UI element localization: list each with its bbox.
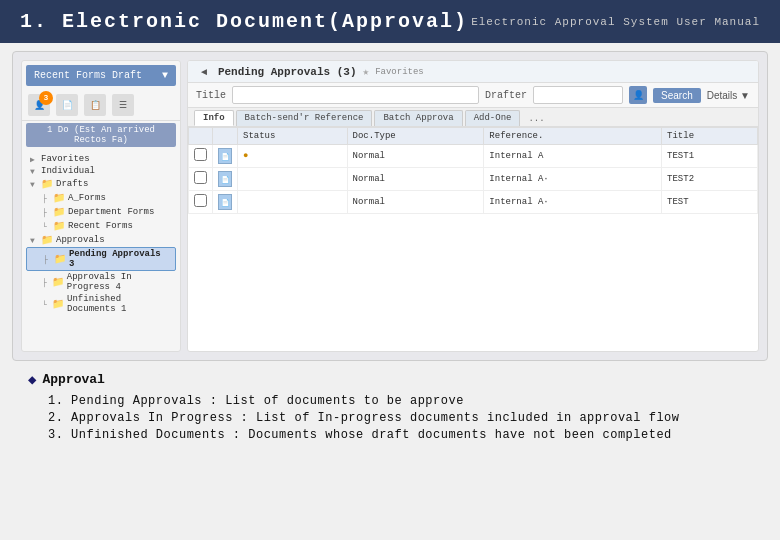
tree-favorites-section[interactable]: ▶ Favorites <box>26 153 176 165</box>
row2-title: TEST2 <box>662 168 758 191</box>
tree-approvals[interactable]: ▼ 📁 Approvals <box>26 233 176 247</box>
drafter-input[interactable] <box>533 86 623 104</box>
row2-doctype: Normal <box>347 168 484 191</box>
tree-recent-forms[interactable]: └ 📁 Recent Forms <box>26 219 176 233</box>
sidebar-toolbar: 👤 3 📄 📋 ☰ <box>22 90 180 121</box>
unfinished-label: Unfinished Documents 1 <box>67 294 172 314</box>
unfinished-expand-icon: └ <box>42 300 49 309</box>
col-header-title[interactable]: Title <box>662 128 758 145</box>
title-filter-input[interactable] <box>232 86 479 104</box>
unfinished-folder-icon: 📁 <box>52 298 64 310</box>
row2-reference: Internal A· <box>484 168 662 191</box>
row1-doc-icon: 📄 <box>218 148 232 164</box>
a-forms-expand-icon: ├ <box>42 194 50 203</box>
tab-add-one[interactable]: Add-One <box>465 110 521 126</box>
title-filter-label: Title <box>196 90 226 101</box>
page-header: 1. Electronic Document(Approval) Electro… <box>0 0 780 43</box>
approvals-label: Approvals <box>56 235 105 245</box>
dept-forms-label: Department Forms <box>68 207 154 217</box>
recent-forms-button[interactable]: Recent Forms Draft ▼ <box>26 65 176 86</box>
dropdown-arrow-icon: ▼ <box>162 70 168 81</box>
row3-reference: Internal A· <box>484 191 662 214</box>
tab-batch-approval[interactable]: Batch Approva <box>374 110 462 126</box>
tree-dept-forms[interactable]: ├ 📁 Department Forms <box>26 205 176 219</box>
col-header-doctype[interactable]: Doc.Type <box>347 128 484 145</box>
clipboard-icon[interactable]: 📋 <box>84 94 106 116</box>
col-header-check <box>189 128 213 145</box>
data-table-container: Status Doc.Type Reference. Title 📄 ● Nor… <box>188 127 758 351</box>
document-icon[interactable]: 📄 <box>56 94 78 116</box>
tree-individual-section[interactable]: ▼ Individual <box>26 165 176 177</box>
notification-badge: 3 <box>39 91 53 105</box>
approvals-table: Status Doc.Type Reference. Title 📄 ● Nor… <box>188 127 758 214</box>
row1-reference: Internal A <box>484 145 662 168</box>
description-area: ◆ Approval Pending Approvals : List of d… <box>12 361 768 455</box>
row3-checkbox[interactable] <box>194 194 207 207</box>
page-subtitle: Electronic Approval System User Manual <box>471 16 760 28</box>
description-list: Pending Approvals : List of documents to… <box>28 394 752 442</box>
list-icon[interactable]: ☰ <box>112 94 134 116</box>
a-forms-folder-icon: 📁 <box>53 192 65 204</box>
diamond-icon: ◆ <box>28 371 36 388</box>
tab-info[interactable]: Info <box>194 110 234 126</box>
individual-label: Individual <box>41 166 95 176</box>
table-row: 📄 Normal Internal A· TEST2 <box>189 168 758 191</box>
row1-checkbox[interactable] <box>194 148 207 161</box>
row3-status <box>238 191 348 214</box>
approvals-expand-icon: ▼ <box>30 236 38 245</box>
page-title: 1. Electronic Document(Approval) <box>20 10 468 33</box>
approvals-folder-icon: 📁 <box>41 234 53 246</box>
tree-unfinished[interactable]: └ 📁 Unfinished Documents 1 <box>26 293 176 315</box>
a-forms-label: A_Forms <box>68 193 106 203</box>
row2-checkbox[interactable] <box>194 171 207 184</box>
col-header-reference[interactable]: Reference. <box>484 128 662 145</box>
expand-icon-2: ▼ <box>30 167 38 176</box>
tab-more[interactable]: ... <box>522 112 550 126</box>
status-dot-icon: ● <box>243 151 248 161</box>
expand-icon: ▶ <box>30 155 38 164</box>
favorite-label[interactable]: Favorites <box>375 67 424 77</box>
recent-folder-icon: 📁 <box>53 220 65 232</box>
drafter-person-icon[interactable]: 👤 <box>629 86 647 104</box>
row1-doctype: Normal <box>347 145 484 168</box>
recent-expand-icon: └ <box>42 222 50 231</box>
drafts-folder-icon: 📁 <box>41 178 53 190</box>
tree-a-forms[interactable]: ├ 📁 A_Forms <box>26 191 176 205</box>
search-button[interactable]: Search <box>653 88 701 103</box>
row3-title: TEST <box>662 191 758 214</box>
progress-folder-icon: 📁 <box>52 276 64 288</box>
row1-status: ● <box>238 145 348 168</box>
pending-folder-icon: 📁 <box>54 253 66 265</box>
pending-expand-icon: ├ <box>43 255 51 264</box>
tree-approvals-progress[interactable]: ├ 📁 Approvals In Progress 4 <box>26 271 176 293</box>
drafts-label: Drafts <box>56 179 88 189</box>
section-title: Approval <box>42 372 104 387</box>
row1-title: TEST1 <box>662 145 758 168</box>
row2-doc-icon: 📄 <box>218 171 232 187</box>
favorites-label: Favorites <box>41 154 90 164</box>
recent-forms-tree-label: Recent Forms <box>68 221 133 231</box>
tab-batch-reference[interactable]: Batch-send'r Reference <box>236 110 373 126</box>
col-header-status[interactable]: Status <box>238 128 348 145</box>
row3-doc-icon: 📄 <box>218 194 232 210</box>
dept-folder-icon: 📁 <box>53 206 65 218</box>
details-button[interactable]: Details ▼ <box>707 90 750 101</box>
back-button[interactable]: ◄ <box>196 65 212 78</box>
recent-forms-label: Recent Forms Draft <box>34 70 142 81</box>
ui-screenshot-box: Recent Forms Draft ▼ 👤 3 📄 📋 ☰ 1 Do (Est… <box>12 51 768 361</box>
col-header-icon <box>213 128 238 145</box>
tree-drafts[interactable]: ▼ 📁 Drafts <box>26 177 176 191</box>
row2-status <box>238 168 348 191</box>
favorite-star-icon[interactable]: ★ <box>363 65 370 78</box>
approvals-progress-label: Approvals In Progress 4 <box>67 272 172 292</box>
content-panel: ◄ Pending Approvals (3) ★ Favorites Titl… <box>187 60 759 352</box>
tab-row: Info Batch-send'r Reference Batch Approv… <box>188 108 758 127</box>
section-header: ◆ Approval <box>28 371 752 388</box>
sidebar-tree: ▶ Favorites ▼ Individual ▼ 📁 Drafts ├ 📁 <box>22 149 180 319</box>
row3-doctype: Normal <box>347 191 484 214</box>
desc-item-1: Pending Approvals : List of documents to… <box>48 394 752 408</box>
tree-pending-approvals[interactable]: ├ 📁 Pending Approvals 3 <box>26 247 176 271</box>
toolbar-row: Title Drafter 👤 Search Details ▼ <box>188 83 758 108</box>
drafter-label: Drafter <box>485 90 527 101</box>
dept-expand-icon: ├ <box>42 208 50 217</box>
